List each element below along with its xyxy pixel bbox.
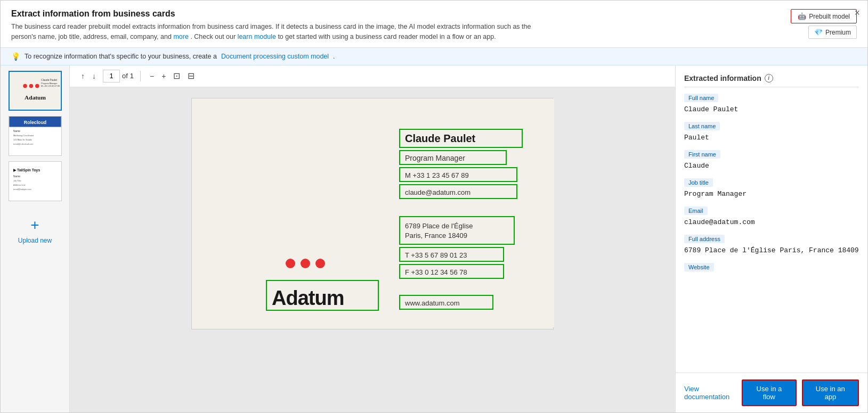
jobtitle-value: Program Manager: [684, 189, 859, 199]
svg-text:Job Title: Job Title: [13, 179, 21, 181]
preview-area: ↑ ↓ of 1 − + ⊡ ⊟: [70, 65, 676, 413]
extracted-info-content: Extracted information i Full name Claude…: [676, 65, 867, 373]
svg-text:T +33 5 67 89 01 23: T +33 5 67 89 01 23: [405, 251, 467, 259]
svg-text:Claude Paulet: Claude Paulet: [405, 133, 476, 144]
page-number-input[interactable]: [103, 70, 120, 82]
premium-button[interactable]: 💎 Premium: [808, 26, 857, 39]
svg-text:6789 Place de l'Église: 6789 Place de l'Église: [405, 222, 473, 230]
close-button[interactable]: ×: [854, 8, 860, 18]
fulladdress-value: 6789 Place de l'Église Paris, France 184…: [684, 245, 859, 255]
upload-label: Upload new: [18, 237, 52, 244]
info-banner: 💡 To recognize information that's specif…: [1, 48, 867, 65]
svg-rect-0: [10, 72, 60, 110]
svg-point-4: [35, 84, 39, 88]
svg-rect-21: [192, 98, 554, 327]
zoom-in-button[interactable]: +: [159, 70, 168, 82]
svg-text:M +33 1 23 45 67 89: M +33 1 23 45 67 89: [41, 85, 60, 87]
extracted-title: Extracted information: [684, 74, 761, 82]
svg-text:M +33 1 23 45 67 89: M +33 1 23 45 67 89: [405, 171, 469, 179]
upload-new-button[interactable]: + Upload new: [9, 206, 62, 254]
svg-point-42: [315, 259, 325, 268]
svg-text:claude@adatum.com: claude@adatum.com: [405, 188, 470, 196]
info-icon: i: [765, 74, 773, 82]
svg-text:Adatum: Adatum: [272, 287, 344, 309]
website-label: Website: [684, 263, 714, 271]
svg-text:email@tailspin.com: email@tailspin.com: [13, 187, 31, 190]
right-panel-footer: View documentation Use in a flow Use in …: [676, 373, 867, 412]
modal-header-left: Extract information from business cards …: [11, 9, 780, 42]
more-link[interactable]: more: [173, 33, 188, 40]
thumbnail-item-1[interactable]: Adatum Claude Paulet Program Manager M +…: [9, 71, 62, 111]
modal-header: Extract information from business cards …: [1, 1, 867, 48]
svg-text:Address Line: Address Line: [13, 183, 26, 186]
svg-point-40: [286, 259, 295, 268]
diamond-icon: 💎: [814, 28, 823, 36]
email-value: claude@adatum.com: [684, 217, 859, 227]
email-label: Email: [684, 206, 708, 215]
learn-module-link[interactable]: learn module: [238, 33, 276, 40]
fullname-label: Full name: [684, 94, 718, 102]
modal-header-right: 🤖 Prebuilt model 💎 Premium: [791, 9, 857, 39]
svg-point-3: [29, 84, 33, 88]
svg-point-2: [23, 84, 27, 88]
svg-text:F +33 0 12 34 56 78: F +33 0 12 34 56 78: [405, 268, 467, 276]
firstname-value: Claude: [684, 161, 859, 171]
field-firstname: First name Claude: [684, 150, 859, 171]
svg-text:Program Manager: Program Manager: [405, 154, 465, 162]
field-website: Website: [684, 263, 859, 276]
sidebar-thumbnails: Adatum Claude Paulet Program Manager M +…: [1, 65, 70, 413]
main-content: Adatum Claude Paulet Program Manager M +…: [1, 65, 867, 413]
svg-text:Name: Name: [13, 175, 20, 178]
page-indicator: of 1: [103, 70, 134, 82]
svg-text:www.adatum.com: www.adatum.com: [404, 299, 460, 307]
plus-icon: +: [30, 217, 39, 234]
preview-toolbar: ↑ ↓ of 1 − + ⊡ ⊟: [70, 65, 675, 87]
card-canvas: Claude Paulet Program Manager M +33 1 23…: [70, 87, 675, 413]
extracted-info-header: Extracted information i: [684, 74, 859, 87]
prev-page-button[interactable]: ↑: [78, 71, 87, 81]
svg-text:123 Main St, Seattle: 123 Main St, Seattle: [13, 138, 32, 141]
firstname-label: First name: [684, 150, 720, 159]
robot-icon: 🤖: [798, 12, 806, 20]
fullname-value: Claude Paulet: [684, 104, 859, 114]
zoom-controls: − + ⊡ ⊟: [147, 70, 197, 82]
use-in-app-button[interactable]: Use in an app: [802, 379, 859, 406]
zoom-out-button[interactable]: −: [147, 70, 157, 82]
lastname-label: Last name: [684, 122, 720, 130]
jobtitle-label: Job title: [684, 178, 713, 187]
view-documentation-link[interactable]: View documentation: [684, 385, 736, 401]
field-email: Email claude@adatum.com: [684, 206, 859, 227]
svg-text:Marketing Coordinator: Marketing Coordinator: [13, 134, 34, 136]
svg-text:Claude Paulet: Claude Paulet: [41, 79, 57, 81]
svg-text:▶ TailSpin Toys: ▶ TailSpin Toys: [13, 168, 40, 172]
use-in-flow-button[interactable]: Use in a flow: [742, 379, 797, 406]
thumbnail-item-3[interactable]: ▶ TailSpin Toys Name Job Title Address L…: [9, 161, 62, 201]
field-jobtitle: Job title Program Manager: [684, 178, 859, 199]
svg-text:email@rolecloud.com: email@rolecloud.com: [13, 142, 33, 145]
right-panel: Extracted information i Full name Claude…: [676, 65, 867, 413]
lightbulb-icon: 💡: [11, 52, 20, 61]
svg-text:Rolecloud: Rolecloud: [23, 119, 46, 125]
fit-page-button[interactable]: ⊟: [185, 70, 197, 82]
custom-model-link[interactable]: Document processing custom model: [221, 53, 329, 60]
svg-text:Adatum: Adatum: [25, 94, 46, 101]
modal-description: The business card reader prebuilt model …: [11, 22, 533, 42]
svg-text:Paris, France 18409: Paris, France 18409: [405, 232, 467, 239]
nav-controls: ↑ ↓: [78, 71, 99, 81]
field-lastname: Last name Paulet: [684, 122, 859, 143]
svg-point-41: [301, 259, 310, 268]
next-page-button[interactable]: ↓: [90, 71, 99, 81]
website-value: [684, 274, 859, 276]
lastname-value: Paulet: [684, 133, 859, 143]
field-fullname: Full name Claude Paulet: [684, 94, 859, 114]
fulladdress-label: Full address: [684, 235, 725, 243]
prebuilt-model-button[interactable]: 🤖 Prebuilt model: [791, 9, 857, 23]
modal-title: Extract information from business cards: [11, 9, 780, 19]
svg-text:Name: Name: [13, 130, 20, 133]
business-card: Claude Paulet Program Manager M +33 1 23…: [191, 98, 554, 329]
thumbnail-item-2[interactable]: Rolecloud Name Marketing Coordinator 123…: [9, 116, 62, 156]
svg-text:Program Manager: Program Manager: [41, 82, 58, 84]
field-fulladdress: Full address 6789 Place de l'Église Pari…: [684, 235, 859, 255]
fit-width-button[interactable]: ⊡: [171, 70, 183, 82]
toolbar-divider: [140, 71, 141, 81]
